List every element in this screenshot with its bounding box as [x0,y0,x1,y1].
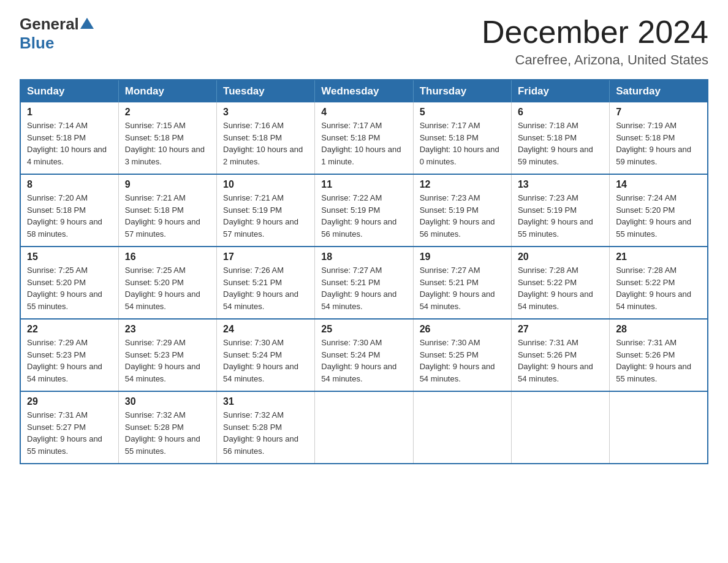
day-info: Sunrise: 7:27 AMSunset: 5:21 PMDaylight:… [420,266,495,311]
calendar-day-cell: 19 Sunrise: 7:27 AMSunset: 5:21 PMDaylig… [413,247,511,319]
empty-day-cell [610,391,708,464]
day-number: 24 [223,324,308,335]
day-info: Sunrise: 7:17 AMSunset: 5:18 PMDaylight:… [420,121,499,166]
calendar-day-cell: 5 Sunrise: 7:17 AMSunset: 5:18 PMDayligh… [413,102,511,174]
day-info: Sunrise: 7:30 AMSunset: 5:24 PMDaylight:… [321,338,396,383]
svg-marker-0 [80,18,94,29]
day-info: Sunrise: 7:24 AMSunset: 5:20 PMDaylight:… [616,193,691,239]
day-info: Sunrise: 7:27 AMSunset: 5:21 PMDaylight:… [321,266,396,311]
day-info: Sunrise: 7:21 AMSunset: 5:19 PMDaylight:… [223,193,298,239]
weekday-header-thursday: Thursday [413,80,511,102]
calendar-week-row: 22 Sunrise: 7:29 AMSunset: 5:23 PMDaylig… [20,319,708,391]
calendar-week-row: 15 Sunrise: 7:25 AMSunset: 5:20 PMDaylig… [20,247,708,319]
logo-icon [80,17,94,30]
calendar-day-cell: 20 Sunrise: 7:28 AMSunset: 5:22 PMDaylig… [511,247,609,319]
day-number: 17 [223,251,308,262]
weekday-header-row: SundayMondayTuesdayWednesdayThursdayFrid… [20,80,708,102]
day-info: Sunrise: 7:32 AMSunset: 5:28 PMDaylight:… [125,410,200,456]
day-number: 21 [616,251,701,262]
page-header: General Blue December 2024 Carefree, Ari… [20,15,708,68]
day-number: 13 [518,179,603,190]
day-number: 26 [420,324,505,335]
calendar-day-cell: 10 Sunrise: 7:21 AMSunset: 5:19 PMDaylig… [217,174,315,247]
day-info: Sunrise: 7:31 AMSunset: 5:26 PMDaylight:… [518,338,593,383]
calendar-day-cell: 21 Sunrise: 7:28 AMSunset: 5:22 PMDaylig… [610,247,708,319]
calendar-day-cell: 4 Sunrise: 7:17 AMSunset: 5:18 PMDayligh… [315,102,413,174]
day-number: 12 [420,179,505,190]
calendar-day-cell: 25 Sunrise: 7:30 AMSunset: 5:24 PMDaylig… [315,319,413,391]
day-number: 5 [420,107,505,118]
day-info: Sunrise: 7:14 AMSunset: 5:18 PMDaylight:… [27,121,107,166]
day-info: Sunrise: 7:23 AMSunset: 5:19 PMDaylight:… [420,193,495,239]
weekday-header-saturday: Saturday [610,80,708,102]
logo-general-text: General [20,15,79,34]
day-number: 11 [321,179,406,190]
day-info: Sunrise: 7:23 AMSunset: 5:19 PMDaylight:… [518,193,593,239]
calendar-day-cell: 26 Sunrise: 7:30 AMSunset: 5:25 PMDaylig… [413,319,511,391]
day-number: 2 [125,107,210,118]
calendar-week-row: 29 Sunrise: 7:31 AMSunset: 5:27 PMDaylig… [20,391,708,464]
calendar-day-cell: 1 Sunrise: 7:14 AMSunset: 5:18 PMDayligh… [20,102,118,174]
day-number: 7 [616,107,701,118]
day-info: Sunrise: 7:30 AMSunset: 5:25 PMDaylight:… [420,338,495,383]
calendar-day-cell: 23 Sunrise: 7:29 AMSunset: 5:23 PMDaylig… [118,319,216,391]
day-info: Sunrise: 7:29 AMSunset: 5:23 PMDaylight:… [27,338,102,383]
day-info: Sunrise: 7:17 AMSunset: 5:18 PMDaylight:… [321,121,401,166]
calendar-day-cell: 9 Sunrise: 7:21 AMSunset: 5:18 PMDayligh… [118,174,216,247]
calendar-day-cell: 24 Sunrise: 7:30 AMSunset: 5:24 PMDaylig… [217,319,315,391]
day-info: Sunrise: 7:22 AMSunset: 5:19 PMDaylight:… [321,193,396,239]
calendar-day-cell: 17 Sunrise: 7:26 AMSunset: 5:21 PMDaylig… [217,247,315,319]
day-number: 27 [518,324,603,335]
calendar-day-cell: 8 Sunrise: 7:20 AMSunset: 5:18 PMDayligh… [20,174,118,247]
day-info: Sunrise: 7:16 AMSunset: 5:18 PMDaylight:… [223,121,303,166]
day-info: Sunrise: 7:31 AMSunset: 5:26 PMDaylight:… [616,338,691,383]
calendar-day-cell: 27 Sunrise: 7:31 AMSunset: 5:26 PMDaylig… [511,319,609,391]
day-info: Sunrise: 7:29 AMSunset: 5:23 PMDaylight:… [125,338,200,383]
calendar-day-cell: 18 Sunrise: 7:27 AMSunset: 5:21 PMDaylig… [315,247,413,319]
empty-day-cell [315,391,413,464]
day-number: 9 [125,179,210,190]
day-info: Sunrise: 7:30 AMSunset: 5:24 PMDaylight:… [223,338,298,383]
calendar-day-cell: 31 Sunrise: 7:32 AMSunset: 5:28 PMDaylig… [217,391,315,464]
day-info: Sunrise: 7:32 AMSunset: 5:28 PMDaylight:… [223,410,298,456]
day-number: 25 [321,324,406,335]
day-info: Sunrise: 7:21 AMSunset: 5:18 PMDaylight:… [125,193,200,239]
day-info: Sunrise: 7:28 AMSunset: 5:22 PMDaylight:… [616,266,691,311]
day-info: Sunrise: 7:15 AMSunset: 5:18 PMDaylight:… [125,121,205,166]
title-area: December 2024 Carefree, Arizona, United … [482,15,708,68]
day-number: 19 [420,251,505,262]
day-info: Sunrise: 7:31 AMSunset: 5:27 PMDaylight:… [27,410,102,456]
day-info: Sunrise: 7:20 AMSunset: 5:18 PMDaylight:… [27,193,102,239]
calendar-day-cell: 15 Sunrise: 7:25 AMSunset: 5:20 PMDaylig… [20,247,118,319]
calendar-day-cell: 14 Sunrise: 7:24 AMSunset: 5:20 PMDaylig… [610,174,708,247]
page-title: December 2024 [482,15,708,50]
calendar-day-cell: 28 Sunrise: 7:31 AMSunset: 5:26 PMDaylig… [610,319,708,391]
calendar-day-cell: 11 Sunrise: 7:22 AMSunset: 5:19 PMDaylig… [315,174,413,247]
empty-day-cell [511,391,609,464]
day-number: 3 [223,107,308,118]
day-number: 23 [125,324,210,335]
day-number: 14 [616,179,701,190]
weekday-header-monday: Monday [118,80,216,102]
calendar-table: SundayMondayTuesdayWednesdayThursdayFrid… [20,79,708,464]
calendar-week-row: 8 Sunrise: 7:20 AMSunset: 5:18 PMDayligh… [20,174,708,247]
weekday-header-wednesday: Wednesday [315,80,413,102]
calendar-day-cell: 16 Sunrise: 7:25 AMSunset: 5:20 PMDaylig… [118,247,216,319]
day-number: 16 [125,251,210,262]
day-number: 1 [27,107,112,118]
day-info: Sunrise: 7:28 AMSunset: 5:22 PMDaylight:… [518,266,593,311]
day-info: Sunrise: 7:19 AMSunset: 5:18 PMDaylight:… [616,121,691,166]
calendar-day-cell: 2 Sunrise: 7:15 AMSunset: 5:18 PMDayligh… [118,102,216,174]
weekday-header-tuesday: Tuesday [217,80,315,102]
weekday-header-friday: Friday [511,80,609,102]
day-number: 31 [223,396,308,407]
logo: General Blue [20,15,94,53]
day-number: 8 [27,179,112,190]
calendar-day-cell: 7 Sunrise: 7:19 AMSunset: 5:18 PMDayligh… [610,102,708,174]
calendar-day-cell: 29 Sunrise: 7:31 AMSunset: 5:27 PMDaylig… [20,391,118,464]
day-info: Sunrise: 7:25 AMSunset: 5:20 PMDaylight:… [125,266,200,311]
calendar-day-cell: 22 Sunrise: 7:29 AMSunset: 5:23 PMDaylig… [20,319,118,391]
calendar-day-cell: 12 Sunrise: 7:23 AMSunset: 5:19 PMDaylig… [413,174,511,247]
day-number: 29 [27,396,112,407]
weekday-header-sunday: Sunday [20,80,118,102]
